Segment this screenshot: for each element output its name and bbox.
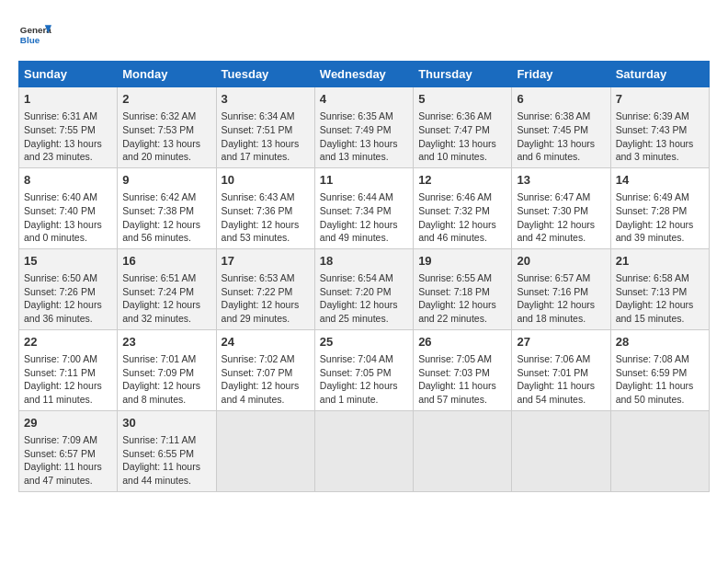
sunset: Sunset: 7:20 PM	[320, 286, 392, 297]
sunset: Sunset: 7:09 PM	[122, 367, 194, 378]
sunset: Sunset: 6:55 PM	[122, 448, 194, 459]
sunset: Sunset: 7:16 PM	[517, 286, 588, 297]
daylight-label: Daylight: 12 hours and 49 minutes.	[320, 219, 398, 244]
sunrise: Sunrise: 6:36 AM	[418, 110, 492, 121]
day-number: 22	[24, 334, 112, 350]
daylight-label: Daylight: 12 hours and 53 minutes.	[222, 219, 300, 244]
sunrise: Sunrise: 7:01 AM	[122, 353, 196, 364]
calendar-cell: 4Sunrise: 6:35 AMSunset: 7:49 PMDaylight…	[314, 87, 413, 168]
calendar-cell: 13Sunrise: 6:47 AMSunset: 7:30 PMDayligh…	[512, 167, 610, 248]
sunrise: Sunrise: 6:58 AM	[616, 272, 689, 283]
day-number: 30	[122, 415, 210, 431]
sunset: Sunset: 7:18 PM	[418, 286, 490, 297]
calendar-cell: 27Sunrise: 7:06 AMSunset: 7:01 PMDayligh…	[512, 329, 610, 410]
daylight-label: Daylight: 12 hours and 11 minutes.	[24, 380, 102, 405]
sunset: Sunset: 7:38 PM	[122, 205, 194, 216]
calendar-cell: 9Sunrise: 6:42 AMSunset: 7:38 PMDaylight…	[118, 167, 216, 248]
sunrise: Sunrise: 6:40 AM	[24, 191, 97, 202]
day-number: 16	[122, 253, 210, 270]
day-number: 28	[616, 334, 704, 350]
calendar-cell: 30Sunrise: 7:11 AMSunset: 6:55 PMDayligh…	[118, 410, 216, 491]
daylight-label: Daylight: 11 hours and 44 minutes.	[122, 461, 200, 486]
daylight-label: Daylight: 13 hours and 17 minutes.	[222, 138, 300, 163]
sunrise: Sunrise: 6:34 AM	[222, 110, 295, 121]
sunrise: Sunrise: 6:51 AM	[122, 272, 196, 283]
week-row-3: 15Sunrise: 6:50 AMSunset: 7:26 PMDayligh…	[19, 248, 710, 329]
sunset: Sunset: 7:36 PM	[222, 205, 293, 216]
calendar-cell: 1Sunrise: 6:31 AMSunset: 7:55 PMDaylight…	[19, 87, 118, 168]
calendar-cell	[610, 410, 709, 491]
daylight-label: Daylight: 11 hours and 47 minutes.	[24, 461, 102, 486]
calendar-cell: 24Sunrise: 7:02 AMSunset: 7:07 PMDayligh…	[216, 329, 314, 410]
calendar-cell: 5Sunrise: 6:36 AMSunset: 7:47 PMDaylight…	[414, 87, 512, 168]
sunset: Sunset: 7:03 PM	[418, 367, 490, 378]
calendar-cell: 2Sunrise: 6:32 AMSunset: 7:53 PMDaylight…	[118, 87, 216, 168]
sunset: Sunset: 7:11 PM	[24, 367, 96, 378]
calendar-cell: 25Sunrise: 7:04 AMSunset: 7:05 PMDayligh…	[314, 329, 413, 410]
day-number: 19	[418, 253, 506, 270]
sunrise: Sunrise: 6:31 AM	[24, 110, 97, 121]
calendar-cell: 29Sunrise: 7:09 AMSunset: 6:57 PMDayligh…	[19, 410, 118, 491]
daylight-label: Daylight: 12 hours and 22 minutes.	[418, 299, 496, 324]
daylight-label: Daylight: 12 hours and 46 minutes.	[418, 219, 496, 244]
sunrise: Sunrise: 7:05 AM	[418, 353, 492, 364]
calendar-cell: 8Sunrise: 6:40 AMSunset: 7:40 PMDaylight…	[19, 167, 118, 248]
day-number: 7	[616, 91, 704, 108]
day-number: 21	[616, 253, 704, 270]
sunrise: Sunrise: 7:04 AM	[320, 353, 393, 364]
sunrise: Sunrise: 6:57 AM	[517, 272, 590, 283]
calendar-cell: 16Sunrise: 6:51 AMSunset: 7:24 PMDayligh…	[118, 248, 216, 329]
sunrise: Sunrise: 7:08 AM	[616, 353, 689, 364]
day-header-friday: Friday	[512, 62, 610, 87]
daylight-label: Daylight: 12 hours and 29 minutes.	[222, 299, 300, 324]
sunrise: Sunrise: 7:06 AM	[517, 353, 590, 364]
page-header: General Blue	[18, 18, 710, 52]
sunset: Sunset: 7:01 PM	[517, 367, 588, 378]
daylight-label: Daylight: 12 hours and 18 minutes.	[517, 299, 595, 324]
logo-icon: General Blue	[18, 18, 51, 52]
day-number: 26	[418, 334, 506, 350]
daylight-label: Daylight: 12 hours and 36 minutes.	[24, 299, 102, 324]
sunset: Sunset: 7:05 PM	[320, 367, 392, 378]
day-number: 9	[122, 172, 210, 189]
sunset: Sunset: 7:51 PM	[222, 124, 293, 135]
day-number: 23	[122, 334, 210, 350]
day-header-sunday: Sunday	[19, 62, 118, 87]
daylight-label: Daylight: 11 hours and 54 minutes.	[517, 380, 595, 405]
calendar-cell: 7Sunrise: 6:39 AMSunset: 7:43 PMDaylight…	[610, 87, 709, 168]
day-number: 10	[222, 172, 310, 189]
day-number: 18	[320, 253, 408, 270]
day-number: 5	[418, 91, 506, 108]
day-header-thursday: Thursday	[414, 62, 512, 87]
sunset: Sunset: 7:07 PM	[222, 367, 293, 378]
day-header-saturday: Saturday	[610, 62, 709, 87]
daylight-label: Daylight: 12 hours and 8 minutes.	[122, 380, 200, 405]
sunset: Sunset: 7:49 PM	[320, 124, 392, 135]
calendar-cell: 26Sunrise: 7:05 AMSunset: 7:03 PMDayligh…	[414, 329, 512, 410]
calendar-cell: 22Sunrise: 7:00 AMSunset: 7:11 PMDayligh…	[19, 329, 118, 410]
day-number: 13	[517, 172, 605, 189]
daylight-label: Daylight: 12 hours and 25 minutes.	[320, 299, 398, 324]
day-number: 2	[122, 91, 210, 108]
sunset: Sunset: 7:43 PM	[616, 124, 688, 135]
daylight-label: Daylight: 13 hours and 23 minutes.	[24, 138, 102, 163]
day-number: 8	[24, 172, 112, 189]
calendar-cell: 17Sunrise: 6:53 AMSunset: 7:22 PMDayligh…	[216, 248, 314, 329]
calendar-cell: 6Sunrise: 6:38 AMSunset: 7:45 PMDaylight…	[512, 87, 610, 168]
daylight-label: Daylight: 12 hours and 39 minutes.	[616, 219, 694, 244]
day-number: 12	[418, 172, 506, 189]
daylight-label: Daylight: 12 hours and 32 minutes.	[122, 299, 200, 324]
day-number: 11	[320, 172, 408, 189]
day-number: 6	[517, 91, 605, 108]
day-number: 29	[24, 415, 112, 431]
daylight-label: Daylight: 11 hours and 50 minutes.	[616, 380, 694, 405]
calendar-cell	[216, 410, 314, 491]
day-number: 15	[24, 253, 112, 270]
day-header-tuesday: Tuesday	[216, 62, 314, 87]
sunrise: Sunrise: 6:55 AM	[418, 272, 492, 283]
daylight-label: Daylight: 13 hours and 0 minutes.	[24, 219, 102, 244]
sunset: Sunset: 7:45 PM	[517, 124, 588, 135]
calendar-cell: 3Sunrise: 6:34 AMSunset: 7:51 PMDaylight…	[216, 87, 314, 168]
calendar-cell: 19Sunrise: 6:55 AMSunset: 7:18 PMDayligh…	[414, 248, 512, 329]
sunrise: Sunrise: 7:00 AM	[24, 353, 97, 364]
